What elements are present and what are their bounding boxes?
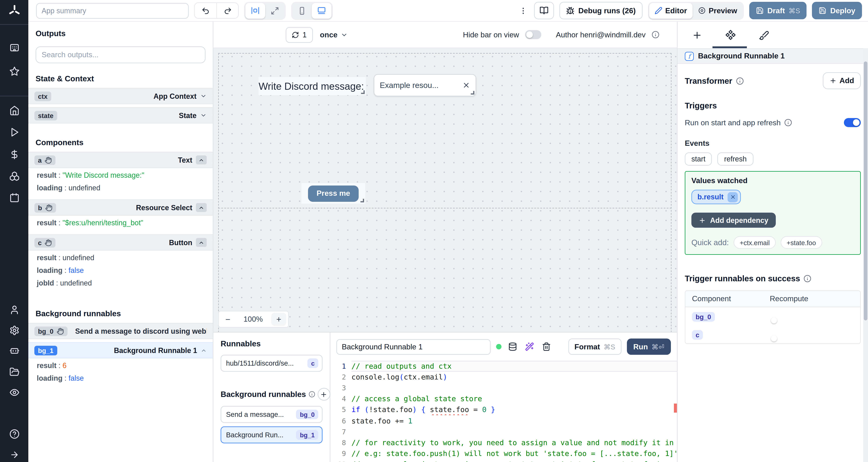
deploy-button[interactable]: Deploy	[812, 2, 862, 19]
remove-watched-value-icon[interactable]	[728, 192, 738, 202]
info-icon[interactable]	[652, 31, 659, 38]
outputs-panel: Outputs State & Context ctx App Context …	[28, 22, 213, 462]
desktop-view-button[interactable]	[312, 3, 332, 19]
press-me-button[interactable]: Press me	[308, 185, 359, 202]
info-icon	[308, 391, 315, 398]
chevron-up-icon	[196, 156, 207, 164]
center-canvas-button[interactable]	[245, 3, 265, 19]
output-row-bg0[interactable]: bg_0 Send a message to discord using web…	[28, 323, 213, 339]
more-menu-button[interactable]	[518, 6, 529, 15]
zoom-out-button[interactable]: −	[219, 311, 237, 327]
tab-styling-brush-icon[interactable]	[756, 28, 772, 42]
chevron-down-icon	[341, 31, 348, 38]
events-label: Events	[685, 139, 861, 147]
favorites-star-icon[interactable]	[9, 66, 19, 76]
refresh-mode-dropdown[interactable]: once	[320, 31, 348, 39]
canvas-align-group	[244, 2, 286, 20]
run-on-start-row: Run on start and app refresh	[685, 118, 861, 127]
hide-bar-toggle[interactable]	[525, 30, 541, 39]
runnable-item-bg1-selected[interactable]: Background Run... bg_1	[221, 426, 322, 443]
quick-add-state-foo-button[interactable]: +state.foo	[781, 236, 822, 249]
table-row: c	[685, 325, 860, 343]
add-transformer-button[interactable]: Add	[823, 72, 861, 89]
canvas-toolbar: 1 once Hide bar on view Author henri@win…	[213, 22, 677, 48]
info-icon[interactable]	[804, 275, 811, 283]
cache-database-icon[interactable]	[507, 341, 518, 352]
windmill-logo[interactable]	[8, 4, 21, 18]
state-label: State	[179, 111, 196, 120]
right-panel-scrollbar[interactable]	[863, 48, 868, 462]
run-on-start-toggle[interactable]	[844, 118, 861, 127]
debug-runs-button[interactable]: Debug runs (26)	[560, 2, 642, 19]
tab-insert-plus-icon[interactable]	[689, 28, 705, 42]
variables-dollar-icon[interactable]	[9, 150, 19, 160]
values-watched-title: Values watched	[691, 176, 854, 185]
nav-sidebar	[0, 0, 28, 462]
resource-select-component[interactable]: Example resou...	[374, 74, 476, 96]
apps-icon[interactable]	[9, 43, 19, 53]
workers-robot-icon[interactable]	[9, 345, 19, 355]
audit-eye-icon[interactable]	[9, 387, 19, 398]
folders-icon[interactable]	[9, 367, 19, 377]
chevron-up-icon	[201, 348, 207, 353]
redo-button[interactable]	[216, 3, 238, 18]
resize-handle[interactable]	[471, 91, 474, 95]
chevron-up-icon[interactable]	[196, 203, 207, 212]
resources-boxes-icon[interactable]	[9, 171, 19, 181]
pencil-icon	[654, 7, 662, 14]
undo-button[interactable]	[195, 3, 216, 18]
docs-book-button[interactable]	[534, 2, 554, 19]
resize-handle[interactable]	[361, 199, 364, 202]
runs-play-icon[interactable]	[9, 127, 19, 137]
tab-editor[interactable]: Editor	[649, 3, 692, 19]
output-row-bg1-selected[interactable]: bg_1 Background Runnable 1	[28, 342, 213, 358]
add-background-runnable-button[interactable]	[317, 388, 330, 401]
transformer-row: Transformer Add	[685, 72, 861, 89]
hand-pointer-icon	[44, 156, 52, 164]
component-row-a[interactable]: a Text	[28, 152, 213, 168]
event-chip-refresh: refresh	[717, 153, 753, 166]
home-icon[interactable]	[9, 105, 19, 116]
runnable-item-hub[interactable]: hub/1511/discord/se... c	[221, 355, 322, 372]
ai-wand-icon[interactable]	[524, 341, 535, 352]
selected-runnable-header: f Background Runnable 1	[678, 48, 868, 64]
output-row-ctx[interactable]: ctx App Context	[28, 88, 213, 104]
mobile-view-button[interactable]	[292, 3, 312, 19]
schedules-calendar-icon[interactable]	[9, 193, 19, 203]
fullscreen-canvas-button[interactable]	[265, 3, 284, 19]
settings-gear-icon[interactable]	[9, 325, 19, 335]
refresh-app-button[interactable]: 1	[286, 27, 313, 42]
run-button[interactable]: Run ⌘⏎	[627, 338, 671, 355]
output-row-state[interactable]: state State	[28, 107, 213, 124]
component-row-b[interactable]: b Resource Select	[28, 199, 213, 216]
quick-add-ctx-email-button[interactable]: +ctx.email	[734, 236, 776, 249]
expand-sidebar-arrow-icon[interactable]	[9, 450, 19, 460]
info-icon[interactable]	[736, 77, 744, 85]
center-area: 1 once Hide bar on view Author henri@win…	[213, 22, 677, 462]
runnable-item-bg0[interactable]: Send a message... bg_0	[221, 406, 322, 423]
resize-handle[interactable]	[361, 90, 365, 94]
format-label: Format	[575, 342, 600, 351]
code-lines[interactable]: 1// read outputs and ctx2console.log(ctx…	[330, 361, 677, 462]
text-component[interactable]: Write Discord message:	[258, 77, 366, 95]
chevron-up-icon[interactable]	[196, 238, 207, 247]
tab-component-settings-icon[interactable]	[723, 27, 738, 43]
add-dependency-button[interactable]: Add dependency	[691, 212, 776, 228]
trigger-success-title: Trigger runnables on success	[685, 274, 861, 283]
zoom-in-button[interactable]: +	[271, 312, 286, 326]
clear-selection-icon[interactable]	[462, 81, 470, 89]
code-editor-panel: Format ⌘S Run ⌘⏎ 1// read outputs and ct…	[330, 332, 677, 462]
draft-button[interactable]: Draft ⌘S	[749, 2, 807, 19]
component-row-c[interactable]: c Button	[28, 234, 213, 251]
delete-trash-icon[interactable]	[541, 341, 552, 352]
outputs-search-input[interactable]	[36, 46, 206, 63]
help-icon[interactable]	[9, 429, 19, 439]
user-icon[interactable]	[9, 305, 19, 315]
tab-preview[interactable]: Preview	[692, 3, 743, 19]
runnable-name-input[interactable]	[336, 339, 491, 355]
info-icon[interactable]	[784, 119, 792, 127]
draft-shortcut: ⌘S	[788, 6, 800, 15]
format-button[interactable]: Format ⌘S	[568, 338, 621, 355]
app-summary-input[interactable]	[36, 3, 189, 19]
app-canvas[interactable]: Write Discord message: Example resou... …	[213, 48, 677, 332]
